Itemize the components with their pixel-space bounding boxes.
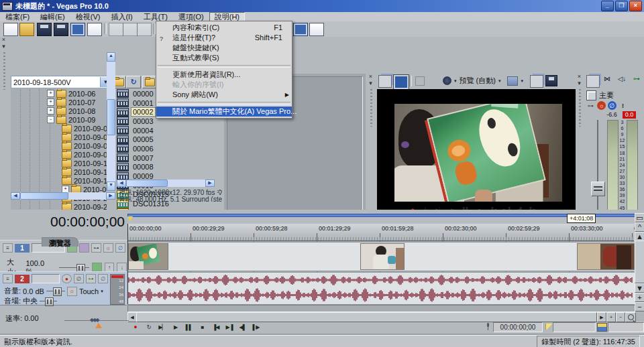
preview-quality-control[interactable]: ▾ 預覽 (自動) ▾ ▾ [443, 76, 523, 86]
new-project-icon[interactable] [3, 23, 18, 36]
master-fader-handle[interactable] [591, 182, 605, 196]
time-ruler[interactable]: 00:00:00;0000:00:29;2900:00:59;2800:01:2… [127, 224, 634, 241]
list-hscrollbar[interactable]: ◀ ▶ [117, 180, 215, 187]
edit-details-button[interactable]: ▭ [635, 213, 644, 222]
solo-icon[interactable]: ! [619, 101, 627, 110]
video-event[interactable] [127, 242, 635, 271]
pan-slider-handle[interactable] [45, 297, 54, 306]
help-menu-item-5[interactable]: 更新使用者資訊(R)... [156, 70, 292, 80]
zoom-out-tracks-button[interactable]: − [635, 302, 644, 311]
make-composite-child-icon[interactable]: ↑ [105, 263, 115, 272]
audio-track-name-field[interactable] [32, 274, 60, 283]
scroll-left-button[interactable]: ◀ [127, 312, 137, 322]
clip-indicator[interactable] [111, 275, 123, 278]
event-pan-crop-icon[interactable] [293, 23, 308, 36]
list-hscroll-thumb[interactable] [126, 180, 168, 187]
record-button[interactable]: ● [129, 322, 142, 332]
minimize-button[interactable]: _ [601, 1, 614, 11]
menu-item-1[interactable]: 編輯(E) [35, 12, 70, 21]
cursor-time-display[interactable]: 00:00:00;00 [7, 214, 125, 232]
tree-item[interactable]: -2010-09 [11, 115, 107, 124]
zoom-in-time-button[interactable]: + [606, 312, 616, 322]
track-menu-icon[interactable]: ≡ [3, 243, 13, 253]
drag-grip[interactable] [3, 52, 5, 90]
external-monitor-icon[interactable] [394, 75, 409, 89]
mute-icon[interactable]: ∅ [115, 243, 125, 253]
zoom-tool-button[interactable] [625, 312, 636, 322]
invert-phase-icon[interactable]: ∅ [74, 274, 84, 283]
help-menu-item-2[interactable]: 鍵盤快捷鍵(K) [156, 43, 292, 53]
paste-icon[interactable] [137, 23, 152, 36]
tree-hscrollbar[interactable]: ◀ ▶ [11, 192, 115, 200]
track-fx-icon[interactable] [79, 243, 89, 253]
file-item[interactable]: 00005 [117, 135, 215, 144]
scroll-up-icon[interactable]: ▲ [107, 52, 115, 62]
play-start-button[interactable]: ▶▏ [156, 322, 168, 332]
refresh-button[interactable]: ↻ [126, 76, 141, 88]
pin-pane-icon[interactable]: ▾ [367, 80, 374, 87]
tree-item[interactable]: 2010-09-01 [11, 124, 107, 133]
video-display[interactable] [377, 89, 588, 216]
pin-pane-icon[interactable]: ▾ [576, 80, 583, 87]
close-button[interactable]: × [629, 1, 642, 11]
rate-slider-handle[interactable]: ◆◆◆ [90, 317, 98, 323]
go-end-button[interactable]: ▶▐ [223, 322, 235, 332]
menu-item-5[interactable]: 選項(O) [173, 12, 209, 21]
scroll-left-icon[interactable]: ◀ [117, 180, 126, 187]
timeline-cursor[interactable] [127, 224, 128, 304]
tree-item[interactable]: 2010-09-07 [11, 141, 107, 150]
help-menu-item-1[interactable]: ?這是什麼(T)?Shift+F1 [156, 33, 292, 43]
save-snapshot-icon[interactable] [545, 75, 557, 86]
file-item[interactable]: 00006 [117, 144, 215, 153]
selection-start-field[interactable] [553, 322, 596, 332]
menu-item-6[interactable]: 說明(H) [209, 12, 245, 21]
help-menu-item-6[interactable]: 輸入你的序號(I) [156, 80, 292, 90]
file-item[interactable]: 00008 [117, 163, 215, 172]
scroll-right-icon[interactable]: ▶ [106, 192, 115, 200]
cursor-position-field[interactable]: 00:00:00;00 [493, 322, 543, 332]
plugin-icon[interactable]: ⊶ [631, 75, 643, 86]
track-fx-icon[interactable]: ⊶ [86, 274, 96, 283]
tree-expander-icon[interactable]: + [47, 90, 54, 97]
cut-icon[interactable] [109, 23, 123, 36]
gear-icon[interactable]: ☼ [103, 243, 113, 253]
help-menu-item-3[interactable]: 互動式教學(S) [156, 53, 292, 63]
pause-button[interactable]: ▌▌ [182, 322, 195, 332]
tree-expander-icon[interactable]: - [47, 116, 54, 123]
scroll-up-button[interactable]: ▲ [635, 232, 644, 241]
audio-track-header[interactable]: ≡ 2 ● ∅ ⊶ ∅ ! 音量: 0.0 dB ☼ Touch ▾ 音場: [0, 271, 127, 305]
audio-track-number[interactable]: 2 [15, 275, 30, 283]
track-vscroll-thumb[interactable] [635, 240, 644, 283]
track-content-area[interactable] [127, 241, 634, 304]
video-track-number[interactable]: 1 [15, 244, 30, 253]
expand-track-button[interactable]: ^ [635, 222, 644, 232]
split-screen-icon[interactable] [414, 75, 426, 86]
help-menu-item-9[interactable]: 關於 Mario繁體中文化(A) Vegas Pro... [156, 107, 292, 117]
project-video-properties-icon[interactable] [378, 75, 392, 88]
dropdown-icon[interactable]: ▾ [454, 78, 457, 84]
tree-expander-icon[interactable]: + [47, 98, 54, 106]
scroll-left-icon[interactable]: ◀ [11, 192, 20, 200]
audio-event[interactable] [127, 272, 635, 305]
tree-vscroll-thumb[interactable] [107, 99, 115, 135]
drag-grip[interactable] [370, 89, 372, 127]
file-item[interactable]: 00007 [117, 153, 215, 163]
selection-length-field[interactable] [608, 322, 644, 332]
go-start-button[interactable]: ▐◀ [209, 322, 222, 332]
tree-hscroll-thumb[interactable] [20, 192, 68, 200]
play-button[interactable]: ▶ [169, 322, 182, 332]
prev-frame-button[interactable]: ◀▌ [236, 322, 249, 332]
mute-icon[interactable]: ∅ [608, 101, 616, 110]
gear-icon[interactable]: ☼ [67, 287, 77, 296]
zoom-in-tracks-button[interactable]: + [635, 293, 644, 302]
mixer-properties-icon[interactable] [586, 75, 600, 88]
tree-vscrollbar[interactable]: ▲ ▼ [107, 52, 115, 191]
open-project-icon[interactable] [19, 23, 34, 36]
menu-item-0[interactable]: 檔案(F) [0, 12, 35, 21]
volume-slider[interactable] [46, 291, 65, 291]
restore-button[interactable]: ❐ [615, 1, 628, 11]
scroll-right-icon[interactable]: ▶ [205, 180, 215, 187]
drag-grip[interactable] [579, 89, 581, 127]
downmix-icon[interactable]: ⋈ [601, 75, 613, 86]
loop-button[interactable]: ↻ [142, 322, 155, 332]
